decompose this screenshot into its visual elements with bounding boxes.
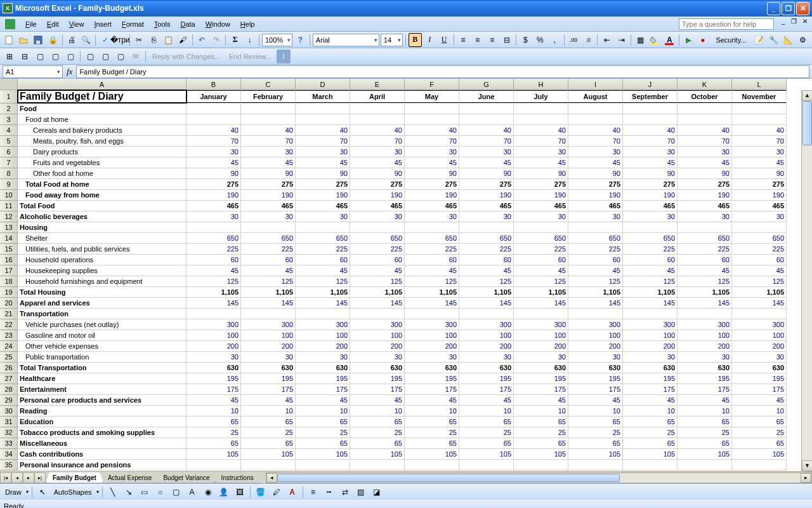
- cell[interactable]: 200: [568, 341, 623, 351]
- cell[interactable]: 175: [459, 384, 514, 394]
- row-header-18[interactable]: 18: [0, 276, 18, 287]
- cell[interactable]: 650: [678, 233, 732, 243]
- cell[interactable]: 30: [678, 147, 732, 157]
- row-header-25[interactable]: 25: [0, 352, 18, 363]
- cell[interactable]: 70: [405, 136, 459, 146]
- cell[interactable]: 225: [405, 244, 459, 254]
- cell[interactable]: 45: [241, 157, 296, 168]
- cell[interactable]: 40: [568, 125, 623, 135]
- col-header-L[interactable]: L: [732, 79, 787, 90]
- vscroll-thumb[interactable]: [802, 101, 812, 145]
- cell[interactable]: 60: [568, 255, 623, 265]
- cell[interactable]: 30: [350, 352, 405, 362]
- cell[interactable]: 225: [568, 244, 623, 254]
- cell[interactable]: June: [459, 90, 514, 103]
- diagram-button[interactable]: ◉: [201, 485, 215, 499]
- cell[interactable]: 145: [241, 298, 296, 308]
- borders-button[interactable]: ▦: [634, 33, 647, 47]
- cell[interactable]: 45: [459, 265, 514, 276]
- cell[interactable]: Cash contributions: [18, 449, 187, 459]
- cell[interactable]: February: [241, 90, 296, 103]
- comma-button[interactable]: ,: [548, 33, 561, 47]
- cell[interactable]: 65: [241, 438, 296, 448]
- cell[interactable]: 190: [350, 190, 405, 200]
- align-left-button[interactable]: ≡: [456, 33, 469, 47]
- row-header-1[interactable]: 1: [0, 90, 18, 104]
- cell[interactable]: [459, 309, 514, 319]
- cell[interactable]: 100: [568, 330, 623, 340]
- cell[interactable]: 70: [187, 136, 241, 146]
- copy-button[interactable]: ⎘: [147, 33, 160, 47]
- cell[interactable]: 65: [568, 417, 623, 427]
- cell[interactable]: 30: [568, 147, 623, 157]
- cell[interactable]: Utilities, fuels, and public services: [18, 244, 187, 254]
- cell[interactable]: 1,105: [405, 287, 459, 297]
- cell[interactable]: 45: [732, 395, 787, 405]
- cell[interactable]: Personal insurance and pensions: [18, 460, 187, 470]
- cell[interactable]: 60: [623, 255, 678, 265]
- cell[interactable]: 125: [296, 276, 350, 286]
- cell[interactable]: [350, 114, 405, 124]
- cell[interactable]: [187, 222, 241, 232]
- cell[interactable]: Dairy products: [18, 147, 187, 157]
- cell[interactable]: 195: [732, 373, 787, 384]
- cell[interactable]: Total Food at home: [18, 179, 187, 189]
- cell[interactable]: [187, 309, 241, 319]
- cell[interactable]: 65: [623, 417, 678, 427]
- redo-button[interactable]: ↷: [209, 33, 223, 47]
- cell[interactable]: 190: [732, 190, 787, 200]
- fill-color-button[interactable]: [648, 33, 662, 47]
- cell[interactable]: 175: [296, 384, 350, 394]
- cell[interactable]: 40: [678, 125, 732, 135]
- cell[interactable]: 65: [241, 417, 296, 427]
- cell[interactable]: Total Food: [18, 201, 187, 211]
- doc-restore-button[interactable]: ❐: [789, 18, 799, 27]
- cell[interactable]: [732, 114, 787, 124]
- vertical-scrollbar[interactable]: ▲ ▼: [801, 90, 812, 471]
- cell[interactable]: 175: [732, 384, 787, 394]
- cell[interactable]: [350, 222, 405, 232]
- cell[interactable]: 100: [623, 330, 678, 340]
- cell[interactable]: 30: [514, 147, 568, 157]
- cell[interactable]: 465: [732, 201, 787, 211]
- cell[interactable]: [514, 460, 568, 470]
- cell[interactable]: [623, 309, 678, 319]
- cell[interactable]: 630: [514, 363, 568, 373]
- cell[interactable]: 10: [296, 406, 350, 416]
- row-header-4[interactable]: 4: [0, 125, 18, 136]
- cell[interactable]: [732, 460, 787, 470]
- cell[interactable]: 1,105: [514, 287, 568, 297]
- cell[interactable]: 125: [350, 276, 405, 286]
- cell[interactable]: 275: [459, 179, 514, 189]
- cell[interactable]: 465: [296, 201, 350, 211]
- cell[interactable]: 100: [350, 330, 405, 340]
- cell[interactable]: 1,105: [459, 287, 514, 297]
- cell[interactable]: Transportation: [18, 309, 187, 319]
- cell[interactable]: 650: [350, 233, 405, 243]
- cell[interactable]: 630: [623, 363, 678, 373]
- cell[interactable]: Other food at home: [18, 168, 187, 178]
- cell[interactable]: 40: [732, 125, 787, 135]
- cell[interactable]: 650: [296, 233, 350, 243]
- cell[interactable]: 40: [187, 125, 241, 135]
- cell[interactable]: 300: [241, 319, 296, 330]
- cell[interactable]: 225: [241, 244, 296, 254]
- textbox-button[interactable]: ▢: [169, 485, 183, 499]
- cell[interactable]: 45: [405, 395, 459, 405]
- cell[interactable]: 650: [568, 233, 623, 243]
- cell[interactable]: 40: [405, 125, 459, 135]
- cell[interactable]: [732, 222, 787, 232]
- cell[interactable]: 65: [623, 438, 678, 448]
- menu-help[interactable]: Help: [235, 19, 260, 29]
- help-button[interactable]: ?: [294, 33, 307, 47]
- cell[interactable]: September: [623, 90, 678, 103]
- cell[interactable]: 25: [350, 427, 405, 438]
- cell[interactable]: 70: [678, 136, 732, 146]
- cell[interactable]: [568, 309, 623, 319]
- cell[interactable]: 30: [187, 211, 241, 222]
- cell[interactable]: 45: [459, 157, 514, 168]
- cell[interactable]: 90: [514, 168, 568, 178]
- cell[interactable]: 125: [732, 276, 787, 286]
- cell[interactable]: 650: [241, 233, 296, 243]
- doc-close-button[interactable]: ✕: [800, 18, 809, 27]
